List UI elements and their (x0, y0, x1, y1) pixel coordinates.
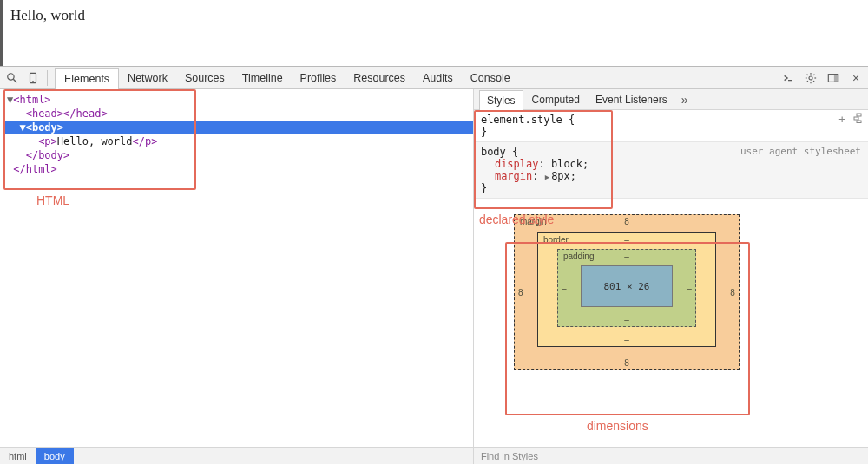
box-model-margin[interactable]: margin 8 8 8 8 border – – – – padding – … (514, 214, 740, 370)
svg-line-11 (813, 81, 814, 82)
devtools-toolbar: ElementsNetworkSourcesTimelineProfilesRe… (0, 67, 868, 89)
styles-subtab-event-listeners[interactable]: Event Listeners (589, 89, 674, 110)
rendered-page: Hello, world (0, 0, 868, 66)
svg-point-0 (8, 73, 14, 79)
dom-node[interactable]: ▼<body> (5, 121, 473, 134)
box-model-padding[interactable]: padding – – – – 801 × 26 (557, 249, 696, 327)
box-model-border[interactable]: border – – – – padding – – – – 801 × 26 (537, 232, 716, 347)
styles-subtab-computed[interactable]: Computed (525, 89, 587, 110)
main-tab-timeline[interactable]: Timeline (233, 67, 292, 89)
box-model: margin 8 8 8 8 border – – – – padding – … (474, 199, 868, 370)
svg-rect-17 (854, 117, 858, 120)
rule-close-brace: } (481, 126, 861, 138)
main-tab-network[interactable]: Network (119, 67, 176, 89)
breadcrumb-html[interactable]: html (0, 448, 36, 464)
main-tab-profiles[interactable]: Profiles (292, 67, 345, 89)
svg-line-13 (813, 74, 814, 75)
styles-pane: StylesComputedEvent Listeners» +element.… (474, 89, 868, 464)
svg-line-12 (807, 81, 808, 82)
dom-node[interactable]: <p>Hello, world</p> (5, 134, 473, 148)
svg-line-10 (807, 74, 808, 75)
styles-subtab-styles[interactable]: Styles (479, 90, 523, 111)
breadcrumb: htmlbody (0, 447, 473, 464)
styles-body[interactable]: +element.style {}user agent stylesheetbo… (474, 110, 868, 447)
svg-line-1 (13, 79, 16, 82)
dom-node[interactable]: <head></head> (5, 107, 473, 121)
svg-rect-16 (857, 114, 861, 116)
breadcrumb-body[interactable]: body (36, 448, 74, 464)
toolbar-divider (47, 70, 48, 86)
css-rule-block[interactable]: +element.style {} (474, 110, 868, 142)
toggle-state-icon[interactable] (852, 113, 863, 126)
css-declaration[interactable]: margin: ▶8px; (481, 170, 861, 182)
dom-node[interactable]: </html> (5, 162, 473, 176)
main-tab-elements[interactable]: Elements (55, 68, 119, 90)
device-mode-icon[interactable] (26, 71, 40, 85)
dom-tree[interactable]: ▼<html> <head></head> ▼<body> <p>Hello, … (0, 89, 473, 447)
css-declaration[interactable]: display: block; (481, 158, 861, 170)
svg-point-5 (809, 75, 812, 79)
add-rule-icon[interactable]: + (838, 113, 845, 126)
dom-node[interactable]: ▼<html> (5, 93, 473, 107)
devtools-tabs: ElementsNetworkSourcesTimelineProfilesRe… (55, 67, 519, 89)
page-body-text: Hello, world (10, 7, 85, 23)
find-in-styles-bar[interactable]: Find in Styles (474, 447, 868, 464)
rule-origin: user agent stylesheet (740, 146, 861, 157)
console-drawer-icon[interactable] (781, 71, 795, 85)
elements-dom-pane: ▼<html> <head></head> ▼<body> <p>Hello, … (0, 89, 474, 464)
main-tab-resources[interactable]: Resources (345, 67, 414, 89)
styles-subtabs: StylesComputedEvent Listeners» (474, 89, 868, 110)
svg-rect-15 (834, 74, 838, 82)
dock-side-icon[interactable] (826, 71, 840, 85)
inspect-icon[interactable] (5, 71, 19, 85)
rule-close-brace: } (481, 182, 861, 194)
svg-rect-18 (857, 121, 861, 123)
main-tab-audits[interactable]: Audits (414, 67, 462, 89)
close-icon[interactable]: × (849, 71, 863, 85)
devtools-panel: ElementsNetworkSourcesTimelineProfilesRe… (0, 66, 868, 464)
settings-gear-icon[interactable] (804, 71, 818, 85)
rule-selector: element.style { (481, 114, 861, 126)
dom-node[interactable]: </body> (5, 148, 473, 162)
find-placeholder: Find in Styles (481, 451, 538, 461)
main-tab-console[interactable]: Console (462, 67, 519, 89)
css-rule-block[interactable]: user agent stylesheetbody {display: bloc… (474, 142, 868, 199)
main-tab-sources[interactable]: Sources (176, 67, 233, 89)
styles-subtab-overflow[interactable]: » (676, 93, 694, 107)
box-model-content[interactable]: 801 × 26 (581, 265, 673, 307)
